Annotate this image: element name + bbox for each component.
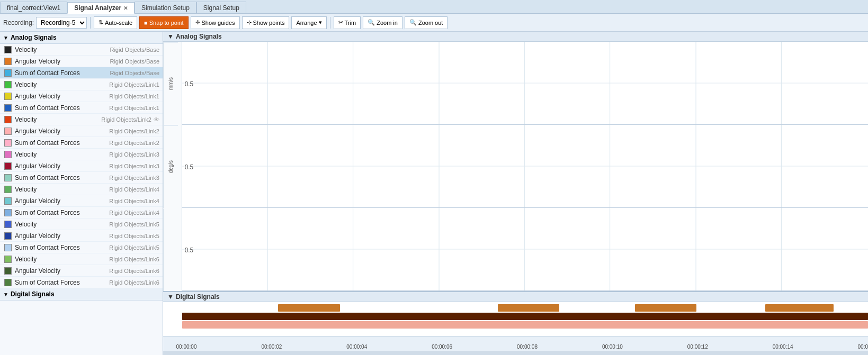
signal-row-10[interactable]: Angular VelocityRigid Objects/Link3 — [0, 160, 163, 172]
signal-color-swatch-13 — [4, 197, 12, 205]
show-points-button[interactable]: ⊹ Show points — [242, 16, 290, 29]
signal-row-20[interactable]: Sum of Contact ForcesRigid Objects/Link6 — [0, 277, 163, 288]
signal-row-8[interactable]: Sum of Contact ForcesRigid Objects/Link2 — [0, 137, 163, 149]
signal-name-18: Velocity — [15, 256, 107, 263]
main-layout: ▼ Analog Signals VelocityRigid Objects/B… — [0, 32, 868, 355]
auto-scale-icon: ⇅ — [99, 19, 103, 26]
signal-row-19[interactable]: Angular VelocityRigid Objects/Link6 — [0, 265, 163, 277]
analog-signals-header[interactable]: ▼ Analog Signals — [0, 32, 163, 44]
tab-close-signal-analyzer[interactable]: ✕ — [123, 5, 128, 11]
chart-area: ▼ Analog Signals mm/s deg/s — [163, 32, 868, 355]
signal-path-15: Rigid Objects/Link5 — [109, 221, 159, 227]
signal-path-12: Rigid Objects/Link4 — [109, 186, 159, 193]
signal-row-3[interactable]: VelocityRigid Objects/Link1 — [0, 79, 163, 90]
signal-color-swatch-5 — [4, 104, 12, 112]
recording-select[interactable]: Recording-5 — [36, 17, 87, 29]
signal-name-14: Sum of Contact Forces — [15, 209, 107, 216]
signal-name-15: Velocity — [15, 221, 107, 228]
digital-section-arrow: ▼ — [167, 293, 174, 301]
signal-name-8: Sum of Contact Forces — [15, 139, 107, 147]
signal-color-swatch-20 — [4, 279, 12, 286]
chart-panel-1[interactable]: 0.5 — [182, 125, 868, 208]
signal-row-5[interactable]: Sum of Contact ForcesRigid Objects/Link1 — [0, 102, 163, 114]
digital-bar-0-3 — [765, 304, 834, 312]
auto-scale-button[interactable]: ⇅ Auto-scale — [94, 16, 137, 29]
trim-icon: ✂ — [338, 19, 343, 26]
signal-row-18[interactable]: VelocityRigid Objects/Link6 — [0, 253, 163, 265]
signal-color-swatch-0 — [4, 46, 12, 53]
tick-label-4: 00:00:08 — [517, 344, 538, 350]
arrange-label: Arrange — [296, 20, 317, 26]
signal-color-swatch-4 — [4, 93, 12, 100]
digital-bar-0-0 — [278, 304, 340, 312]
trim-label: Trim — [345, 20, 356, 26]
arrange-chevron-icon: ▾ — [319, 19, 322, 26]
tick-label-3: 00:00:06 — [432, 344, 452, 350]
zoom-out-button[interactable]: 🔍 Zoom out — [405, 16, 448, 29]
signal-row-9[interactable]: VelocityRigid Objects/Link3 — [0, 149, 163, 160]
tab-signal-setup[interactable]: Signal Setup — [196, 2, 246, 13]
signal-eye-icon-6[interactable]: 👁 — [154, 116, 159, 123]
tab-simulation-setup[interactable]: Simulation Setup — [135, 2, 196, 13]
y-label-0: mm/s — [163, 42, 178, 125]
signal-row-4[interactable]: Angular VelocityRigid Objects/Link1 — [0, 90, 163, 102]
signal-name-2: Sum of Contact Forces — [15, 69, 108, 77]
signal-name-5: Sum of Contact Forces — [15, 104, 107, 112]
signal-color-swatch-19 — [4, 267, 12, 275]
snap-icon: ■ — [144, 20, 148, 26]
signal-path-18: Rigid Objects/Link6 — [109, 256, 159, 262]
signal-row-2[interactable]: Sum of Contact ForcesRigid Objects/Base — [0, 67, 163, 79]
signal-name-11: Sum of Contact Forces — [15, 174, 107, 181]
digital-bar-0-1 — [498, 304, 560, 312]
chart-panels: 0.5 0.5 — [182, 42, 868, 291]
digital-row-2 — [182, 321, 868, 329]
signal-color-swatch-6 — [4, 116, 12, 123]
snap-to-point-button[interactable]: ■ Snap to point — [139, 16, 189, 29]
tab-label-signal-analyzer: Signal Analyzer — [74, 4, 121, 12]
signal-path-6: Rigid Objects/Link2 — [101, 116, 151, 123]
chart-panel-0[interactable]: 0.5 — [182, 42, 868, 125]
digital-row-0 — [182, 304, 868, 312]
signal-color-swatch-14 — [4, 209, 12, 216]
signal-row-13[interactable]: Angular VelocityRigid Objects/Link4 — [0, 195, 163, 207]
signal-row-11[interactable]: Sum of Contact ForcesRigid Objects/Link3 — [0, 172, 163, 184]
tab-final-view1[interactable]: final_correct:View1 — [0, 2, 67, 13]
signal-name-0: Velocity — [15, 46, 108, 53]
trim-button[interactable]: ✂ Trim — [334, 16, 361, 29]
tick-label-6: 00:00:12 — [687, 344, 708, 350]
analog-collapse-icon: ▼ — [3, 35, 8, 41]
chart-svg-0: 0.5 — [182, 42, 868, 124]
svg-text:0.5: 0.5 — [185, 80, 194, 88]
signal-path-19: Rigid Objects/Link6 — [109, 268, 159, 274]
tick-label-5: 00:00:10 — [602, 344, 623, 350]
signal-row-6[interactable]: VelocityRigid Objects/Link2👁 — [0, 114, 163, 125]
signal-name-7: Angular Velocity — [15, 128, 107, 135]
signal-name-12: Velocity — [15, 186, 107, 193]
arrange-button[interactable]: Arrange ▾ — [291, 16, 326, 29]
tab-signal-analyzer[interactable]: Signal Analyzer ✕ — [67, 2, 135, 14]
signal-color-swatch-16 — [4, 232, 12, 240]
digital-content[interactable] — [163, 302, 868, 336]
signal-name-6: Velocity — [15, 116, 99, 123]
signal-color-swatch-15 — [4, 221, 12, 228]
signal-row-1[interactable]: Angular VelocityRigid Objects/Base — [0, 56, 163, 67]
analog-signals-title: Analog Signals — [11, 34, 57, 41]
signal-row-17[interactable]: Sum of Contact ForcesRigid Objects/Link5 — [0, 242, 163, 253]
signal-color-swatch-11 — [4, 174, 12, 181]
horizontal-scrollbar[interactable] — [163, 351, 868, 355]
signal-row-16[interactable]: Angular VelocityRigid Objects/Link5 — [0, 230, 163, 242]
digital-signals-header[interactable]: ▼ Digital Signals — [0, 288, 163, 301]
timeline-bar: 00:00:0000:00:0200:00:0400:00:0600:00:08… — [163, 336, 868, 351]
signal-row-7[interactable]: Angular VelocityRigid Objects/Link2 — [0, 125, 163, 137]
signal-row-12[interactable]: VelocityRigid Objects/Link4 — [0, 184, 163, 195]
zoom-in-button[interactable]: 🔍 Zoom in — [363, 16, 402, 29]
signal-row-15[interactable]: VelocityRigid Objects/Link5 — [0, 219, 163, 230]
signal-name-1: Angular Velocity — [15, 58, 108, 65]
signal-path-5: Rigid Objects/Link1 — [109, 105, 159, 111]
signal-row-14[interactable]: Sum of Contact ForcesRigid Objects/Link4 — [0, 207, 163, 219]
separator-1 — [90, 17, 91, 29]
signal-row-0[interactable]: VelocityRigid Objects/Base — [0, 44, 163, 56]
tab-label-final-view1: final_correct:View1 — [7, 4, 60, 12]
chart-panel-2[interactable]: 0.5 — [182, 208, 868, 291]
show-guides-button[interactable]: ✛ Show guides — [191, 16, 240, 29]
